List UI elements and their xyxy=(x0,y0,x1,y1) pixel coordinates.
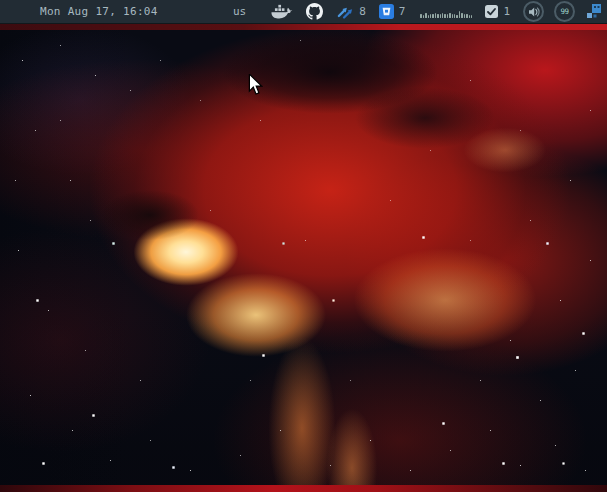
keyboard-layout-indicator[interactable]: us xyxy=(233,5,246,18)
nebula-red-band-top xyxy=(0,24,607,30)
github-tray-item[interactable] xyxy=(306,3,323,20)
speaker-icon xyxy=(528,6,540,18)
git-arrows-count: 8 xyxy=(359,5,366,18)
battery-indicator[interactable]: 99 xyxy=(554,1,575,22)
volume-control[interactable] xyxy=(523,1,544,22)
git-arrows-tray-item[interactable]: 8 xyxy=(336,4,366,20)
checked-checkbox-icon xyxy=(485,5,498,18)
docker-tray-item[interactable] xyxy=(271,4,293,19)
desktop-screen: Mon Aug 17, 16:04 us xyxy=(0,0,607,492)
clock[interactable]: Mon Aug 17, 16:04 xyxy=(40,5,158,18)
bitbucket-tray-item[interactable]: 7 xyxy=(379,4,406,19)
nebula-red-band-bottom xyxy=(0,485,607,492)
docker-whale-icon xyxy=(271,4,293,19)
system-monitor-graph[interactable] xyxy=(420,6,472,18)
app-squares-tray-item[interactable] xyxy=(586,3,602,20)
bitbucket-bucket-icon xyxy=(379,4,394,19)
top-panel: Mon Aug 17, 16:04 us xyxy=(0,0,607,24)
double-up-right-arrows-icon xyxy=(336,4,354,20)
bitbucket-count: 7 xyxy=(399,5,406,18)
tasks-count: 1 xyxy=(503,5,510,18)
wallpaper-nebula xyxy=(0,0,607,492)
battery-percentage: 99 xyxy=(560,7,568,16)
tasks-tray-item[interactable]: 1 xyxy=(485,5,510,18)
blue-squares-icon xyxy=(586,3,602,20)
github-octocat-icon xyxy=(306,3,323,20)
